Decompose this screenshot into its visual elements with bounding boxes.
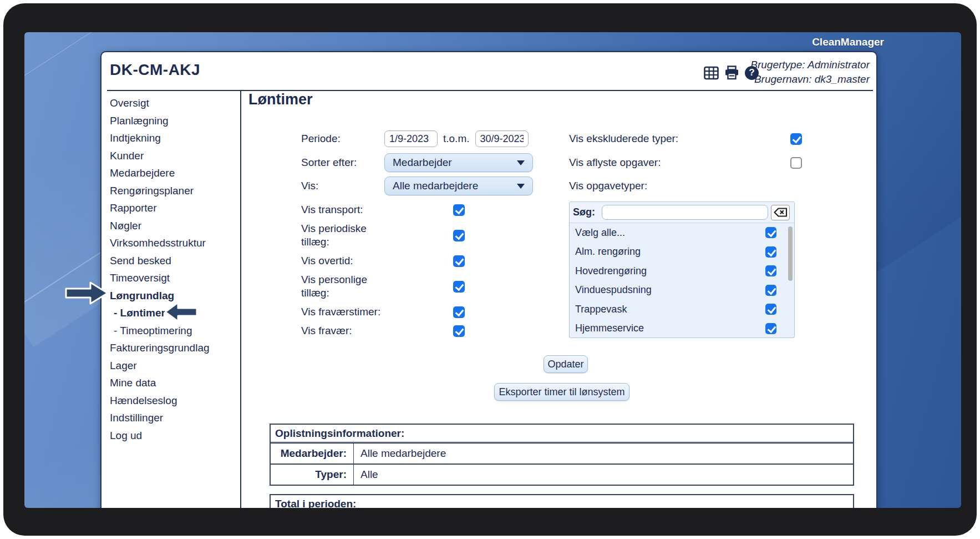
task-type-checkbox[interactable]: [765, 285, 776, 296]
header-divider: [107, 90, 873, 91]
sidebar-item[interactable]: Medarbejdere: [110, 164, 237, 182]
sidebar-item[interactable]: Kunder: [110, 147, 237, 165]
total-table-header: Total i perioden:: [270, 494, 854, 508]
filter-form-right: Vis ekskluderede typer: Vis aflyste opga…: [569, 130, 804, 338]
search-label: Søg:: [573, 206, 602, 218]
sidebar-divider: [240, 90, 241, 508]
period-row: Periode: t.o.m.: [301, 130, 540, 148]
sidebar-nav: Oversigt Planlægning Indtjekning Kunder …: [110, 94, 237, 444]
user-type-label: Brugertype: Administrator: [750, 58, 870, 72]
checkbox[interactable]: [453, 325, 465, 337]
show-option-row: Vis fravær:: [301, 324, 540, 337]
table-row-label: Medarbejder:: [271, 444, 354, 464]
show-option-label: Vis periodiske tillæg:: [301, 222, 384, 249]
update-button[interactable]: Opdater: [544, 355, 588, 373]
content-heading: Løntimer: [248, 91, 313, 108]
table-row-label: Typer:: [271, 465, 354, 485]
show-option-label: Vis fravær:: [301, 324, 384, 337]
results-tables: Oplistningsinformationer: Medarbejder: A…: [270, 424, 854, 508]
task-type-item[interactable]: Vinduespudsning: [570, 281, 794, 300]
task-type-checkbox[interactable]: [765, 323, 776, 334]
show-options: Vis transport: Vis periodiske tillæg:: [301, 203, 540, 337]
show-dropdown-value: Alle medarbejdere: [393, 180, 517, 192]
chevron-down-icon: [517, 184, 525, 189]
sidebar-item[interactable]: - Timeoptimering: [110, 322, 237, 340]
cancelled-tasks-checkbox[interactable]: [790, 157, 802, 169]
checkbox[interactable]: [453, 281, 465, 293]
sidebar-item[interactable]: Nøgler: [110, 217, 237, 235]
task-type-label: Vinduespudsning: [575, 284, 652, 296]
user-info: Brugertype: Administrator Brugernavn: dk…: [750, 58, 870, 87]
sidebar-item[interactable]: Timeoversigt: [110, 269, 237, 287]
sidebar-item[interactable]: Lager: [110, 357, 237, 375]
task-type-item[interactable]: Trappevask: [570, 300, 794, 319]
cancelled-tasks-row: Vis aflyste opgaver:: [569, 153, 804, 172]
show-label: Vis:: [301, 179, 384, 193]
export-hours-button[interactable]: Eksporter timer til lønsystem: [494, 383, 629, 401]
table-icon[interactable]: [704, 66, 719, 80]
clear-search-button[interactable]: [771, 205, 790, 220]
show-option-row: Vis fraværstimer:: [301, 305, 540, 319]
task-type-checkbox[interactable]: [765, 246, 776, 258]
task-type-checkbox[interactable]: [765, 227, 776, 238]
sidebar-item[interactable]: Mine data: [110, 374, 237, 392]
show-option-row: Vis transport:: [301, 203, 540, 216]
scrollbar-thumb[interactable]: [788, 226, 793, 281]
task-type-label: Vælg alle...: [575, 227, 625, 239]
task-type-checkbox[interactable]: [765, 304, 776, 315]
task-type-item[interactable]: Hovedrengøring: [570, 261, 794, 281]
task-type-label: Hovedrengøring: [575, 265, 647, 277]
cancelled-tasks-label: Vis aflyste opgaver:: [569, 157, 661, 169]
period-label: Periode:: [301, 132, 384, 145]
show-option-label: Vis overtid:: [301, 254, 384, 268]
show-dropdown[interactable]: Alle medarbejdere: [384, 177, 533, 195]
task-type-checkbox[interactable]: [765, 265, 776, 276]
task-type-item[interactable]: Hjemmeservice: [570, 319, 794, 339]
user-name-label: Brugernavn: dk3_master: [750, 72, 870, 87]
chevron-down-icon: [517, 160, 525, 165]
sort-dropdown[interactable]: Medarbejder: [384, 153, 533, 172]
task-type-item[interactable]: Vælg alle...: [570, 223, 794, 243]
page-title: DK-CM-AKJ: [110, 61, 200, 79]
sidebar-item[interactable]: Indstillinger: [110, 409, 237, 427]
period-from-input[interactable]: [384, 130, 438, 147]
excluded-types-checkbox[interactable]: [790, 133, 802, 145]
checkbox[interactable]: [453, 255, 465, 267]
sidebar-item[interactable]: Virksomhedsstruktur: [110, 234, 237, 252]
sidebar-item[interactable]: Hændelseslog: [110, 392, 237, 410]
print-icon[interactable]: [724, 66, 739, 80]
sidebar-item[interactable]: Rengøringsplaner: [110, 182, 237, 200]
show-option-label: Vis transport:: [301, 203, 384, 216]
sidebar-item[interactable]: Planlægning: [110, 112, 237, 130]
task-types-row: Vis opgavetyper:: [569, 177, 804, 195]
sidebar-item[interactable]: Oversigt: [110, 94, 237, 112]
task-type-item[interactable]: Alm. rengøring: [570, 243, 794, 262]
sidebar-item[interactable]: Faktureringsgrundlag: [110, 339, 237, 357]
app-window: DK-CM-AKJ: [100, 51, 877, 508]
annotation-arrow-right-icon: [65, 281, 109, 305]
sidebar-item[interactable]: Send besked: [110, 252, 237, 270]
sort-dropdown-value: Medarbejder: [393, 157, 517, 169]
checkbox[interactable]: [453, 230, 465, 241]
task-types-list: Vælg alle... Alm. rengøring Hovedrengøri…: [570, 223, 794, 338]
show-option-row: Vis personlige tillæg:: [301, 273, 540, 300]
show-option-row: Vis overtid:: [301, 254, 540, 268]
sidebar-item[interactable]: Rapporter: [110, 199, 237, 217]
sidebar-item[interactable]: Log ud: [110, 427, 237, 445]
task-type-label: Hjemmeservice: [575, 323, 644, 334]
annotation-arrow-left-icon: [164, 301, 198, 323]
desktop-wallpaper: CleanManager DK-CM-AKJ: [24, 32, 961, 508]
checkbox[interactable]: [453, 204, 465, 216]
excluded-types-row: Vis ekskluderede typer:: [569, 130, 804, 148]
period-tom-label: t.o.m.: [443, 133, 470, 145]
checkbox[interactable]: [453, 306, 465, 318]
period-to-input[interactable]: [475, 130, 529, 147]
show-option-label: Vis fraværstimer:: [301, 305, 384, 319]
table-row-value: Alle: [354, 465, 378, 485]
task-search-input[interactable]: [602, 205, 768, 220]
sidebar-item[interactable]: Indtjekning: [110, 129, 237, 147]
info-table-body: Medarbejder: Alle medarbejdere Typer: Al…: [271, 444, 853, 485]
sort-label: Sorter efter:: [301, 156, 384, 169]
info-table: Oplistningsinformationer: Medarbejder: A…: [270, 424, 854, 486]
filter-form-left: Periode: t.o.m. Sorter efter: Medarbejde…: [301, 130, 540, 343]
